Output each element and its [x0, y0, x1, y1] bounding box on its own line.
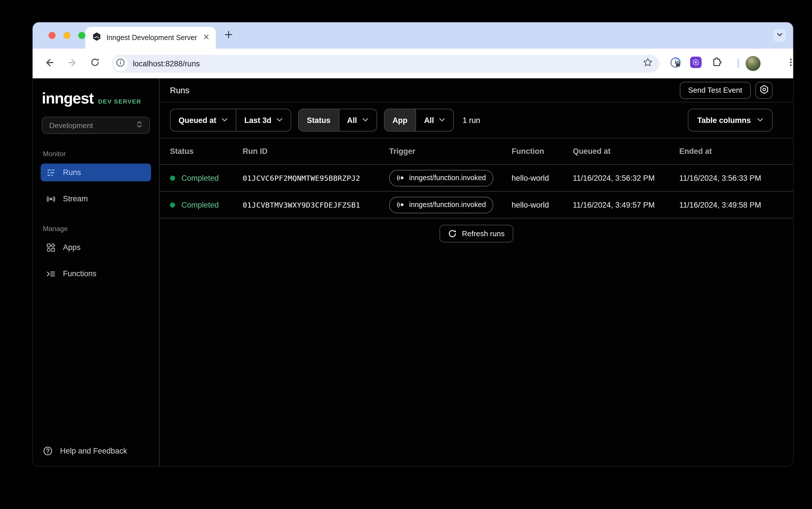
send-test-event-button[interactable]: Send Test Event: [680, 81, 751, 99]
environment-select-value: Development: [49, 121, 93, 130]
app-filter-dropdown[interactable]: All: [416, 109, 454, 131]
time-range-dropdown[interactable]: Last 3d: [236, 109, 291, 131]
browser-menu-button[interactable]: [785, 58, 793, 69]
trigger-badge: inngest/function.invoked: [389, 170, 493, 186]
address-bar[interactable]: localhost:8288/runs: [111, 55, 659, 72]
purple-extension-icon: [690, 57, 702, 70]
queued-at-value: 11/16/2024, 3:49:57 PM: [573, 200, 679, 209]
sidebar-item-functions[interactable]: Functions: [41, 265, 151, 282]
runs-table: Status Run ID Trigger Function Queued at…: [160, 138, 793, 242]
status-filter-dropdown[interactable]: All: [338, 109, 377, 131]
trigger-badge: inngest/function.invoked: [389, 197, 493, 213]
chevron-down-icon: [362, 118, 368, 123]
extensions-button[interactable]: [711, 57, 722, 70]
sidebar-item-stream[interactable]: Stream: [41, 190, 151, 208]
event-waves-icon: [396, 174, 404, 182]
browser-window: Inngest Development Server: [33, 22, 793, 466]
time-range-value: Last 3d: [245, 116, 271, 125]
tab-title: Inngest Development Server: [106, 34, 201, 42]
run-id: 01JCVC6PF2MQNMTWE95BBRZPJ2: [242, 174, 389, 182]
close-icon: [202, 32, 210, 43]
toolbar-separator: [738, 59, 739, 68]
filter-bar: Queued at Last 3d S: [160, 102, 793, 138]
time-filter-group: Queued at Last 3d: [170, 109, 292, 132]
manage-nav: Apps Functions: [33, 238, 159, 282]
queued-at-value: 11/16/2024, 3:56:32 PM: [573, 174, 679, 182]
tab-close-button[interactable]: [201, 33, 211, 43]
profile-avatar-button[interactable]: [746, 56, 760, 71]
trigger-cell: inngest/function.invoked: [389, 197, 512, 213]
status-filter-group: Status All: [298, 109, 377, 132]
run-id: 01JCVBTMV3WXY9D3CFDEJFZSB1: [242, 200, 389, 209]
status-cell: Completed: [170, 174, 242, 182]
table-columns-button[interactable]: Table columns: [688, 109, 773, 132]
stream-icon: [46, 194, 56, 203]
site-info-button[interactable]: [113, 56, 128, 71]
environment-select[interactable]: Development: [42, 117, 150, 134]
chevron-down-icon: [757, 118, 764, 123]
trigger-name: inngest/function.invoked: [409, 174, 486, 182]
puzzle-icon: [711, 57, 722, 70]
traffic-lights: [48, 32, 85, 39]
table-columns-label: Table columns: [697, 116, 751, 125]
info-icon: [116, 58, 125, 69]
purple-extension-button[interactable]: [690, 57, 702, 70]
page-header: Runs Send Test Event: [160, 78, 793, 102]
sidebar-item-label: Runs: [63, 168, 81, 177]
chevron-down-icon: [277, 118, 283, 123]
run-count: 1 run: [463, 116, 480, 125]
forward-arrow-icon: [67, 57, 77, 70]
window-zoom-button[interactable]: [78, 32, 85, 39]
header-actions: Send Test Event: [680, 81, 773, 99]
window-close-button[interactable]: [48, 32, 56, 39]
section-label-monitor: Monitor: [33, 150, 159, 158]
back-arrow-icon: [44, 57, 55, 70]
column-header-queued-at: Queued at: [573, 147, 679, 156]
function-name: hello-world: [512, 200, 573, 209]
browser-toolbar: localhost:8288/runs: [33, 48, 793, 78]
app-filter-label: App: [385, 109, 416, 131]
window-minimize-button[interactable]: [64, 32, 70, 39]
new-tab-button[interactable]: [223, 30, 233, 41]
ended-at-value: 11/16/2024, 3:49:58 PM: [679, 200, 793, 209]
refresh-row: Refresh runs: [160, 218, 793, 242]
table-header-row: Status Run ID Trigger Function Queued at…: [160, 138, 793, 165]
sidebar-item-runs[interactable]: Runs: [41, 164, 151, 181]
settings-button[interactable]: [755, 81, 773, 99]
inngest-app: inngest DEV SERVER Development Monitor: [33, 78, 793, 466]
url-text: localhost:8288/runs: [133, 59, 642, 68]
forward-button[interactable]: [64, 56, 80, 71]
bookmark-button[interactable]: [642, 58, 653, 69]
status-label: Completed: [182, 174, 219, 182]
ended-at-value: 11/16/2024, 3:56:33 PM: [679, 174, 793, 182]
browser-tab[interactable]: Inngest Development Server: [85, 27, 216, 48]
chevron-up-down-icon: [136, 120, 142, 130]
logo-row: inngest DEV SERVER: [33, 90, 159, 107]
sidebar-item-label: Functions: [63, 269, 96, 278]
table-row[interactable]: Completed 01JCVBTMV3WXY9D3CFDEJFZSB1 inn…: [160, 192, 793, 218]
help-label: Help and Feedback: [60, 447, 127, 455]
section-label-manage: Manage: [33, 225, 159, 233]
tab-search-button[interactable]: [773, 29, 786, 42]
desktop-background: Inngest Development Server: [0, 0, 812, 509]
reload-button[interactable]: [87, 56, 103, 71]
refresh-runs-button[interactable]: Refresh runs: [440, 225, 513, 242]
app-filter-value: All: [424, 116, 434, 125]
refresh-label: Refresh runs: [462, 229, 505, 238]
gear-icon: [759, 84, 769, 96]
onepassword-extension-button[interactable]: [670, 56, 682, 71]
table-row[interactable]: Completed 01JCVC6PF2MQNMTWE95BBRZPJ2 inn…: [160, 165, 793, 192]
help-icon: [43, 446, 53, 456]
sidebar: inngest DEV SERVER Development Monitor: [33, 78, 160, 466]
help-and-feedback[interactable]: Help and Feedback: [33, 446, 159, 456]
sort-field-dropdown[interactable]: Queued at: [170, 109, 236, 131]
trigger-cell: inngest/function.invoked: [389, 170, 512, 186]
inngest-favicon-icon: [92, 32, 101, 43]
sidebar-item-apps[interactable]: Apps: [41, 238, 151, 256]
chevron-down-icon: [222, 118, 228, 123]
kebab-menu-icon: [786, 57, 793, 70]
back-button[interactable]: [41, 56, 57, 71]
runs-icon: [46, 168, 56, 177]
sort-field-value: Queued at: [178, 116, 216, 125]
functions-icon: [46, 269, 56, 278]
